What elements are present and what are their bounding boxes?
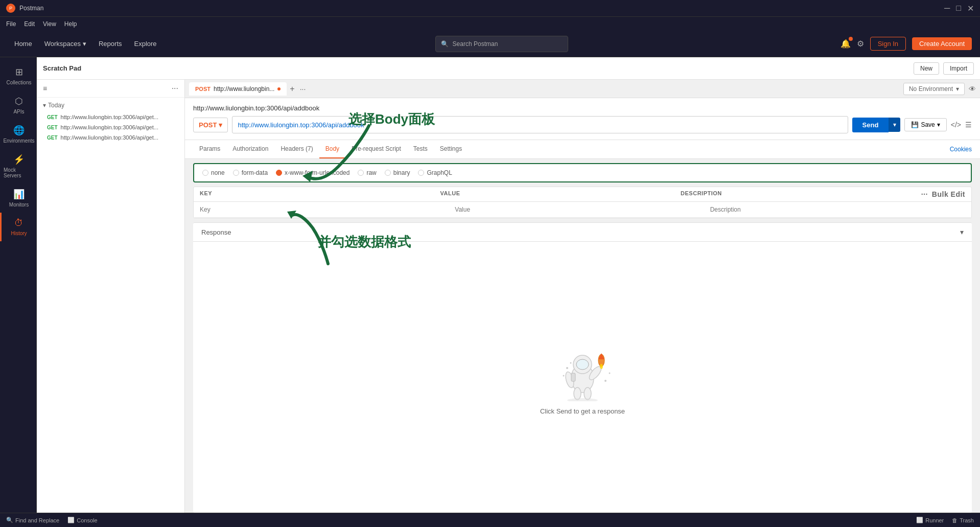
right-panel: POST http://www.liulongbin... + ··· No E… [185,80,980,513]
left-panel: ≡ ··· ▾ Today GET http://www.liulongbin.… [37,80,185,513]
url-input[interactable] [232,116,848,133]
tab-url: http://www.liulongbin... [214,85,274,93]
radio-graphql[interactable]: GraphQL [418,169,452,176]
today-section[interactable]: ▾ Today [43,102,178,109]
menu-edit[interactable]: Edit [24,20,35,28]
url-display: http://www.liulongbin.top:3006/api/addbo… [193,104,319,112]
radio-urlencoded[interactable]: x-www-form-urlencoded [276,169,349,176]
tab-authorization[interactable]: Authorization [226,140,274,158]
radio-none[interactable]: none [202,169,225,176]
maximize-button[interactable]: □ [956,4,961,13]
svg-point-6 [584,387,591,400]
nav-home[interactable]: Home [8,37,38,51]
filter-icon[interactable]: ≡ [43,84,47,93]
send-dropdown-button[interactable]: ▾ [889,118,900,132]
tab-body[interactable]: Body [319,140,345,158]
radio-none-circle [202,170,208,176]
save-icon: 💾 [911,121,919,128]
sidebar-item-environments[interactable]: 🌐 Environments [0,120,36,149]
radio-form-data[interactable]: form-data [233,169,268,176]
sidebar-item-apis[interactable]: ⬡ APIs [0,90,36,120]
code-view-icon[interactable]: </> [951,121,961,129]
kv-desc-input[interactable] [710,206,965,213]
kv-value-input[interactable] [455,206,710,213]
signin-button[interactable]: Sign In [870,37,906,51]
notification-icon[interactable]: 🔔 [841,39,851,49]
trash-button[interactable]: 🗑 Trash [952,517,974,523]
nav-explore[interactable]: Explore [128,37,163,51]
request-toolbar-right: 💾 Save ▾ </> ☰ [904,118,972,131]
tab-tests[interactable]: Tests [407,140,434,158]
environment-dropdown[interactable]: No Environment ▾ [903,83,965,95]
bulk-edit-button[interactable]: Bulk Edit [932,190,965,198]
response-area: Response ▾ [193,222,972,513]
env-label: No Environment [909,85,953,93]
radio-raw[interactable]: raw [358,169,376,176]
sidebar-item-collections[interactable]: ⊞ Collections [0,61,36,90]
tab-more-button[interactable]: ··· [298,83,308,95]
radio-binary[interactable]: binary [385,169,410,176]
history-url-0: http://www.liulongbin.top:3006/api/get..… [61,114,158,120]
history-section: ▾ Today GET http://www.liulongbin.top:30… [37,98,184,147]
sidebar-item-mock-servers[interactable]: ⚡ Mock Servers [0,149,36,184]
find-replace-label: Find and Replace [15,517,59,523]
method-selector[interactable]: POST ▾ [193,118,228,132]
close-button[interactable]: ✕ [967,4,974,13]
tab-params[interactable]: Params [193,140,226,158]
response-header: Response ▾ [193,223,972,242]
kv-more-icon[interactable]: ··· [921,190,928,198]
titlebar-left: P Postman [6,4,43,13]
kv-key-input[interactable] [200,206,455,213]
console-icon: ⬜ [67,517,75,523]
env-eye-icon[interactable]: 👁 [969,85,976,93]
history-item-0[interactable]: GET http://www.liulongbin.top:3006/api/g… [43,112,178,122]
menu-view[interactable]: View [43,20,56,28]
tab-prerequest[interactable]: Pre-request Script [345,140,407,158]
method-chevron-icon: ▾ [219,121,222,129]
minimize-button[interactable]: ─ [944,4,950,13]
tab-headers[interactable]: Headers (7) [274,140,319,158]
tab-post-request[interactable]: POST http://www.liulongbin... [189,82,287,96]
method-label: POST [199,121,217,129]
create-account-button[interactable]: Create Account [912,37,972,50]
new-button[interactable]: New [914,62,939,75]
history-item-2[interactable]: GET http://www.liulongbin.top:3006/api/g… [43,132,178,143]
tab-bar: POST http://www.liulongbin... + ··· No E… [185,80,980,98]
env-chevron-icon: ▾ [956,85,959,93]
sidebar-item-history[interactable]: ⏱ History [0,213,36,241]
runner-label: Runner [925,517,944,523]
sidebar-item-monitors[interactable]: 📊 Monitors [0,184,36,213]
kv-value-cell [455,206,710,213]
svg-point-14 [604,380,606,382]
save-button[interactable]: 💾 Save ▾ [904,118,946,131]
search-icon: 🔍 [441,40,449,48]
import-button[interactable]: Import [943,62,974,75]
settings-icon[interactable]: ⚙ [857,39,864,49]
send-button-group: Send ▾ [852,118,901,132]
response-collapse-icon[interactable]: ▾ [960,228,964,236]
send-button[interactable]: Send [852,118,889,132]
radio-graphql-label: GraphQL [427,169,452,176]
new-tab-button[interactable]: + [288,82,296,96]
mock-servers-icon: ⚡ [13,154,25,165]
more-options-button[interactable]: ··· [172,84,178,93]
menu-file[interactable]: File [6,20,16,28]
cookies-button[interactable]: Cookies [950,141,972,158]
kv-more: ··· Bulk Edit [921,190,965,198]
search-box[interactable]: 🔍 Search Postman [435,36,568,52]
save-label: Save [921,121,935,128]
apis-icon: ⬡ [15,96,23,107]
text-view-icon[interactable]: ☰ [965,121,972,129]
tab-settings[interactable]: Settings [434,140,468,158]
console-button[interactable]: ⬜ Console [67,517,97,523]
request-row: POST ▾ Send ▾ 💾 Save ▾ [193,116,972,133]
nav-reports[interactable]: Reports [92,37,128,51]
sidebar-label-monitors: Monitors [9,202,29,208]
radio-form-data-circle [233,170,239,176]
runner-button[interactable]: ⬜ Runner [916,517,944,523]
history-item-1[interactable]: GET http://www.liulongbin.top:3006/api/g… [43,122,178,132]
radio-none-label: none [211,169,225,176]
find-replace-button[interactable]: 🔍 Find and Replace [6,517,59,523]
nav-workspaces[interactable]: Workspaces ▾ [38,37,92,51]
menu-help[interactable]: Help [64,20,77,28]
